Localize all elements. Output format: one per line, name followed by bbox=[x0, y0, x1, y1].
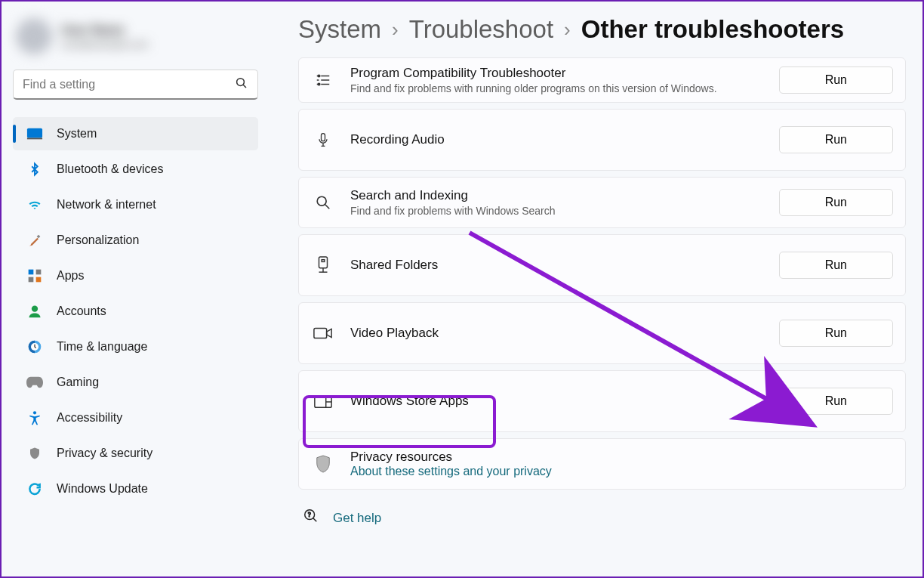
access-icon bbox=[26, 410, 43, 426]
get-help-link[interactable]: ? Get help bbox=[298, 490, 906, 528]
privacy-icon bbox=[26, 445, 43, 462]
run-button[interactable]: Run bbox=[779, 320, 893, 347]
sidebar-item-personalization[interactable]: Personalization bbox=[13, 224, 258, 257]
sidebar-item-gaming[interactable]: Gaming bbox=[13, 366, 258, 399]
svg-rect-21 bbox=[322, 134, 325, 141]
main-content: System › Troubleshoot › Other troublesho… bbox=[270, 2, 922, 576]
sidebar-item-label: Gaming bbox=[57, 376, 99, 389]
sidebar-item-label: Accounts bbox=[57, 304, 106, 318]
avatar bbox=[16, 18, 52, 54]
brush-icon bbox=[26, 232, 43, 249]
run-button[interactable]: Run bbox=[779, 189, 893, 216]
gaming-icon bbox=[26, 374, 43, 391]
user-email: user@example.com bbox=[61, 39, 149, 50]
video-icon bbox=[311, 326, 335, 341]
card-title: Video Playback bbox=[350, 326, 764, 341]
troubleshooter-shared-folders[interactable]: Shared Folders Run bbox=[298, 234, 906, 296]
shield-icon bbox=[311, 454, 335, 474]
search-icon bbox=[311, 194, 335, 211]
breadcrumb: System › Troubleshoot › Other troublesho… bbox=[298, 15, 906, 44]
sidebar-item-accounts[interactable]: Accounts bbox=[13, 295, 258, 328]
card-title: Shared Folders bbox=[350, 258, 764, 273]
sidebar-item-label: Privacy & security bbox=[57, 447, 152, 460]
shared-icon bbox=[311, 255, 335, 275]
card-title: Privacy resources bbox=[350, 450, 893, 465]
run-button[interactable]: Run bbox=[779, 126, 893, 153]
svg-rect-28 bbox=[314, 329, 327, 338]
search-field[interactable] bbox=[23, 78, 235, 91]
update-icon bbox=[26, 481, 43, 497]
apps-icon bbox=[26, 267, 43, 284]
sidebar-item-label: System bbox=[57, 127, 97, 141]
breadcrumb-system[interactable]: System bbox=[298, 15, 381, 44]
svg-rect-7 bbox=[29, 277, 34, 283]
card-title: Program Compatibility Troubleshooter bbox=[350, 66, 764, 81]
sidebar-item-update[interactable]: Windows Update bbox=[13, 472, 258, 505]
troubleshooter-search-indexing[interactable]: Search and Indexing Find and fix problem… bbox=[298, 177, 906, 228]
svg-rect-24 bbox=[319, 257, 328, 268]
sidebar-item-label: Windows Update bbox=[57, 482, 148, 496]
sidebar-item-accessibility[interactable]: Accessibility bbox=[13, 401, 258, 434]
get-help-label: Get help bbox=[333, 511, 381, 526]
sidebar-item-label: Accessibility bbox=[57, 411, 122, 425]
card-title: Search and Indexing bbox=[350, 188, 764, 203]
svg-line-33 bbox=[313, 518, 317, 522]
svg-rect-25 bbox=[322, 260, 325, 262]
run-button[interactable]: Run bbox=[779, 66, 893, 94]
svg-line-1 bbox=[243, 85, 246, 88]
wifi-icon bbox=[26, 196, 43, 213]
nav: System Bluetooth & devices Network & int… bbox=[5, 109, 266, 505]
sidebar-item-time[interactable]: Time & language bbox=[13, 330, 258, 363]
privacy-resources[interactable]: Privacy resources About these settings a… bbox=[298, 438, 906, 490]
mic-icon bbox=[311, 130, 335, 150]
svg-rect-6 bbox=[36, 270, 42, 275]
user-block[interactable]: User Name user@example.com bbox=[5, 9, 266, 70]
sidebar-item-label: Apps bbox=[57, 269, 84, 283]
svg-rect-2 bbox=[27, 128, 42, 138]
run-button[interactable]: Run bbox=[779, 252, 893, 279]
svg-text:?: ? bbox=[308, 512, 311, 518]
svg-rect-8 bbox=[36, 277, 42, 283]
run-button[interactable]: Run bbox=[779, 388, 893, 415]
troubleshooter-video-playback[interactable]: Video Playback Run bbox=[298, 302, 906, 364]
card-title: Recording Audio bbox=[350, 132, 764, 147]
sidebar-item-label: Network & internet bbox=[57, 198, 156, 212]
svg-point-22 bbox=[317, 196, 326, 206]
svg-point-19 bbox=[318, 75, 320, 77]
troubleshooter-program-compatibility[interactable]: Program Compatibility Troubleshooter Fin… bbox=[298, 57, 906, 103]
sidebar-item-network[interactable]: Network & internet bbox=[13, 188, 258, 221]
svg-rect-3 bbox=[27, 138, 42, 140]
svg-line-23 bbox=[325, 205, 330, 209]
card-desc: Find and fix problems with running older… bbox=[350, 82, 764, 94]
search-icon bbox=[235, 76, 248, 93]
breadcrumb-troubleshoot[interactable]: Troubleshoot bbox=[409, 15, 553, 44]
account-icon bbox=[26, 303, 43, 320]
sidebar-item-apps[interactable]: Apps bbox=[13, 259, 258, 292]
store-icon bbox=[311, 393, 335, 410]
sidebar-item-label: Time & language bbox=[57, 340, 147, 354]
chevron-right-icon: › bbox=[564, 18, 571, 42]
chevron-right-icon: › bbox=[392, 18, 399, 42]
svg-point-9 bbox=[32, 306, 38, 312]
sidebar-item-bluetooth[interactable]: Bluetooth & devices bbox=[13, 153, 258, 186]
sidebar: User Name user@example.com System Blue bbox=[2, 2, 270, 576]
search-input[interactable] bbox=[13, 70, 258, 100]
privacy-link[interactable]: About these settings and your privacy bbox=[350, 465, 893, 478]
troubleshooter-recording-audio[interactable]: Recording Audio Run bbox=[298, 109, 906, 171]
svg-rect-5 bbox=[29, 270, 34, 275]
breadcrumb-current: Other troubleshooters bbox=[581, 15, 844, 44]
card-title: Windows Store Apps bbox=[350, 394, 764, 409]
sidebar-item-label: Bluetooth & devices bbox=[57, 162, 163, 176]
svg-rect-4 bbox=[37, 235, 41, 239]
sidebar-item-system[interactable]: System bbox=[13, 117, 258, 150]
time-icon bbox=[26, 338, 43, 355]
sidebar-item-label: Personalization bbox=[57, 233, 139, 247]
svg-point-20 bbox=[318, 83, 320, 85]
sidebar-item-privacy[interactable]: Privacy & security bbox=[13, 437, 258, 470]
card-desc: Find and fix problems with Windows Searc… bbox=[350, 205, 764, 217]
help-icon: ? bbox=[303, 508, 319, 528]
troubleshooter-windows-store-apps[interactable]: Windows Store Apps Run bbox=[298, 370, 906, 432]
system-icon bbox=[26, 125, 43, 142]
svg-point-0 bbox=[237, 78, 245, 85]
user-name: User Name bbox=[61, 23, 149, 37]
